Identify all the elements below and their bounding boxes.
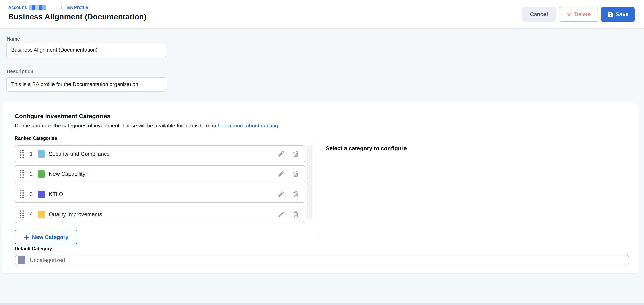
pencil-icon — [278, 170, 285, 178]
category-color-swatch — [38, 170, 45, 178]
card-heading: Configure Investment Categories — [15, 113, 110, 120]
row-actions — [278, 190, 300, 198]
default-category-value: Uncategorized — [30, 257, 65, 264]
delete-category-button[interactable] — [292, 211, 300, 218]
header-actions: Cancel Delete Save — [522, 7, 635, 22]
edit-category-button[interactable] — [278, 211, 285, 218]
edit-category-button[interactable] — [278, 170, 285, 178]
default-category-swatch — [18, 256, 25, 264]
breadcrumb-account-redacted — [28, 5, 46, 10]
category-rank: 2 — [28, 171, 34, 177]
name-field-label: Name — [7, 36, 20, 42]
edit-category-button[interactable] — [278, 190, 285, 198]
page-header: Account: BA Profile Business Alignment (… — [0, 0, 644, 29]
x-icon — [566, 12, 572, 17]
trash-icon — [292, 190, 300, 198]
page-title: Business Alignment (Documentation) — [8, 12, 146, 21]
breadcrumb: Account: BA Profile — [8, 4, 88, 10]
category-rank: 1 — [28, 151, 34, 157]
breadcrumb-current[interactable]: BA Profile — [66, 5, 88, 10]
delete-button-label: Delete — [574, 11, 591, 18]
delete-category-button[interactable] — [292, 170, 300, 178]
category-config-placeholder: Select a category to configure — [326, 145, 407, 152]
row-actions — [278, 211, 300, 218]
chevron-right-icon — [59, 5, 64, 10]
new-category-button-label: New Category — [32, 234, 68, 240]
category-name: Security and Compliance — [49, 151, 110, 157]
default-category-select[interactable]: Uncategorized — [15, 255, 629, 266]
redacted-block — [32, 5, 36, 10]
panel-divider — [319, 142, 319, 236]
delete-category-button[interactable] — [292, 150, 300, 158]
delete-button[interactable]: Delete — [559, 7, 598, 22]
cancel-button[interactable]: Cancel — [522, 7, 556, 22]
plus-icon — [24, 234, 30, 240]
category-name: New Capability — [49, 171, 85, 177]
redacted-block — [28, 5, 32, 10]
pencil-icon — [278, 190, 285, 198]
description-input[interactable] — [6, 77, 166, 91]
card-subtitle-text: Define and rank the categories of invest… — [15, 123, 218, 129]
drag-handle-icon[interactable] — [20, 190, 24, 198]
category-rank: 4 — [28, 211, 34, 218]
ranked-categories-label: Ranked Categories — [15, 135, 57, 141]
redacted-block — [39, 5, 42, 10]
edit-category-button[interactable] — [278, 150, 285, 158]
category-rank: 3 — [28, 191, 34, 197]
category-list-scrollbar[interactable] — [306, 146, 312, 219]
pencil-icon — [278, 150, 285, 158]
delete-category-button[interactable] — [292, 190, 300, 198]
trash-icon — [292, 170, 300, 178]
breadcrumb-account-label[interactable]: Account: — [8, 5, 27, 10]
drag-handle-icon[interactable] — [20, 150, 24, 158]
trash-icon — [292, 211, 300, 219]
pencil-icon — [278, 211, 285, 219]
category-name: Quality Improvements — [49, 211, 102, 218]
drag-handle-icon[interactable] — [20, 170, 24, 178]
category-row[interactable]: 1 Security and Compliance — [15, 145, 306, 162]
category-color-swatch — [38, 191, 45, 198]
row-actions — [278, 150, 300, 158]
category-row[interactable]: 2 New Capability — [15, 165, 306, 182]
card-subtitle: Define and rank the categories of invest… — [15, 123, 278, 129]
category-row[interactable]: 4 Quality Improvements — [15, 206, 306, 223]
category-row[interactable]: 3 KTLO — [15, 186, 306, 203]
category-name: KTLO — [49, 191, 63, 197]
category-color-swatch — [38, 150, 45, 158]
redacted-block — [42, 5, 46, 10]
learn-more-link[interactable]: Learn more about ranking — [218, 123, 278, 129]
save-icon — [607, 11, 614, 18]
name-input[interactable] — [6, 43, 166, 57]
redacted-block — [36, 5, 39, 10]
default-category-label: Default Category — [15, 246, 52, 252]
save-button[interactable]: Save — [601, 7, 635, 22]
new-category-button[interactable]: New Category — [15, 230, 77, 245]
drag-handle-icon[interactable] — [20, 210, 24, 219]
description-field-label: Description — [7, 69, 34, 74]
row-actions — [278, 170, 300, 178]
category-color-swatch — [38, 211, 45, 218]
trash-icon — [292, 150, 300, 158]
configure-categories-card: Configure Investment Categories Define a… — [3, 103, 638, 274]
horizontal-scrollbar[interactable] — [0, 303, 644, 305]
save-button-label: Save — [616, 11, 628, 18]
